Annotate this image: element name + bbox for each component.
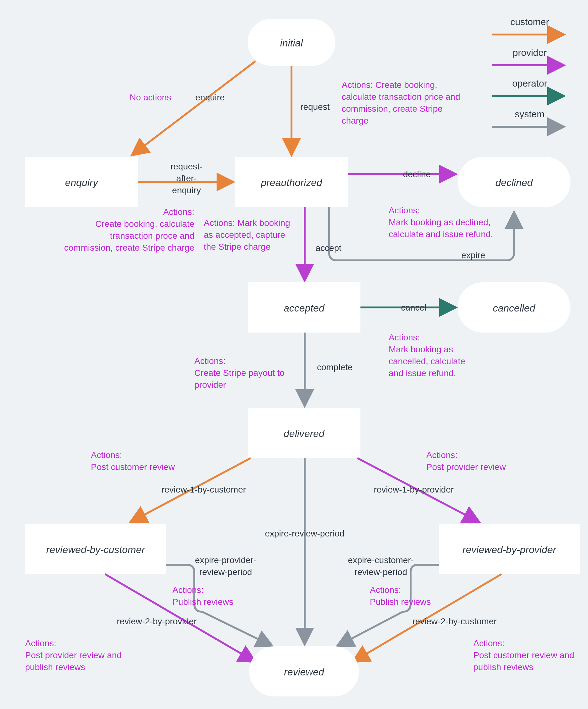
state-declined: declined [457,157,570,207]
transition-exp-prov-1: expire-provider- [195,555,256,565]
transition-rae-3: enquiry [172,185,201,195]
action-rae-2: Create booking, calculate [95,219,194,229]
transition-r1prov: review-1-by-provider [373,485,453,494]
transition-rae-1: request- [170,162,203,171]
transaction-flow-diagram: customer provider operator system initia… [0,0,588,709]
action-r2cust-3: publish reviews [473,662,533,672]
transition-r1cust: review-1-by-customer [161,485,246,494]
transition-decline: decline [403,169,431,179]
action-r1prov-2: Post provider review [426,462,506,472]
action-decline-1: Actions: [389,206,420,215]
action-request-2: calculate transaction price and [342,92,460,102]
svg-text:reviewed-by-provider: reviewed-by-provider [463,544,557,555]
action-rae-3: transaction proce and [110,231,194,241]
action-r1prov-1: Actions: [426,450,457,460]
action-accept-3: the Stripe charge [204,242,271,252]
action-cancel-3: cancelled, calculate [389,357,465,366]
transition-expire-rp: expire-review-period [265,529,344,539]
state-initial: initial [248,19,335,66]
action-publish1a: Actions: [172,585,204,595]
legend-customer-label: customer [510,17,549,27]
action-complete-3: provider [194,380,226,390]
state-reviewed: reviewed [249,646,359,697]
transition-cancel: cancel [401,303,427,312]
action-r1cust-1: Actions: [91,450,122,460]
state-reviewed-by-provider: reviewed-by-provider [439,524,580,574]
svg-text:reviewed: reviewed [284,666,325,678]
transition-expire: expire [461,251,485,260]
action-rae-4: commission, create Stripe charge [64,243,194,253]
action-cancel-4: and issue refund. [389,368,456,378]
action-request-4: charge [342,116,369,126]
legend-operator-label: operator [512,78,547,88]
action-complete-1: Actions: [194,356,226,366]
action-decline-2: Mark booking as declined, [389,217,491,227]
state-delivered: delivered [248,408,360,458]
action-cancel-1: Actions: [389,333,420,342]
svg-text:cancelled: cancelled [493,303,535,314]
transition-exp-cust-1: expire-customer- [348,555,414,565]
svg-text:preauthorized: preauthorized [260,177,323,188]
state-preauthorized: preauthorized [235,157,348,207]
action-r1cust-2: Post customer review [91,462,175,472]
svg-text:declined: declined [495,177,533,188]
svg-text:delivered: delivered [284,428,325,439]
transition-r2cust: review-2-by-customer [412,616,497,626]
transition-complete: complete [317,362,353,372]
legend-system-label: system [515,109,544,119]
action-r2prov-2: Post provider review and [25,650,121,660]
action-complete-2: Create Stripe payout to [194,368,285,378]
svg-text:initial: initial [280,37,303,49]
action-request-1: Actions: Create booking, [342,80,437,90]
legend-provider-label: provider [513,47,547,58]
action-rae-1: Actions: [163,207,194,217]
action-accept-2: as accepted, capture [204,230,285,240]
action-publish1b: Publish reviews [172,597,233,607]
svg-text:enquiry: enquiry [65,177,99,188]
action-r2prov-1: Actions: [25,638,56,648]
action-no-actions: No actions [130,93,171,102]
arrow-initial-enquiry [132,61,255,155]
action-decline-3: calculate and issue refund. [389,229,493,239]
transition-request: request [300,102,330,112]
action-cancel-2: Mark booking as [389,344,453,354]
action-r2cust-2: Post customer review and [473,650,574,660]
transition-exp-prov-2: review-period [199,567,252,577]
svg-text:reviewed-by-customer: reviewed-by-customer [47,544,145,555]
transition-enquire: enquire [195,93,224,102]
transition-r2prov: review-2-by-provider [117,616,197,626]
state-cancelled: cancelled [457,282,570,333]
state-accepted: accepted [248,282,360,333]
transition-accept: accept [316,243,342,253]
action-publish2b: Publish reviews [370,597,431,607]
action-accept-1: Actions: Mark booking [204,218,290,228]
action-r2cust-1: Actions: [473,638,505,648]
svg-text:accepted: accepted [284,303,325,314]
state-enquiry: enquiry [25,157,138,207]
legend: customer provider operator system [492,17,564,127]
state-reviewed-by-customer: reviewed-by-customer [25,524,166,574]
transition-rae-2: after- [176,174,197,183]
action-r2prov-3: publish reviews [25,662,85,672]
action-publish2a: Actions: [370,585,401,595]
action-request-3: commission, create Stripe [342,104,443,113]
transition-exp-cust-2: review-period [355,567,407,577]
